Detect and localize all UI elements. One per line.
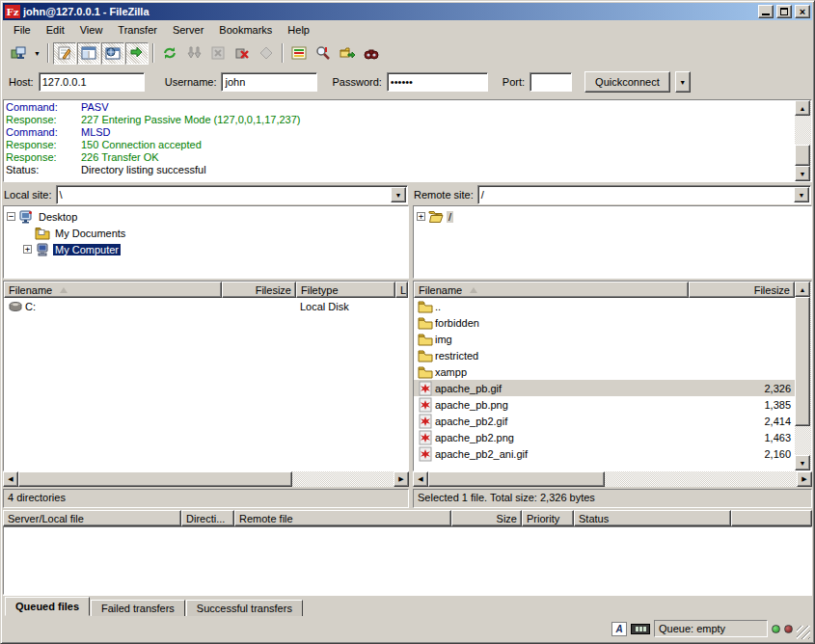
- local-hscrollbar[interactable]: ◀ ▶: [3, 471, 409, 487]
- port-input[interactable]: [530, 72, 572, 92]
- refresh-button[interactable]: [158, 42, 181, 65]
- remote-site-combo[interactable]: / ▼: [477, 185, 811, 204]
- username-input[interactable]: [221, 72, 317, 92]
- column-header-server-local-file[interactable]: Server/Local file: [3, 510, 181, 526]
- column-label: Status: [579, 513, 609, 524]
- scroll-left-icon[interactable]: ◀: [413, 471, 428, 487]
- remote-vscrollbar[interactable]: ▲ ▼: [795, 282, 811, 470]
- site-manager-dropdown[interactable]: ▼: [31, 42, 43, 65]
- tab-queued-files[interactable]: Queued files: [5, 597, 90, 616]
- remote-file-row[interactable]: apache_pb2.png1,463: [414, 429, 795, 445]
- maximize-button[interactable]: [776, 5, 792, 18]
- disconnect-button[interactable]: [231, 42, 254, 65]
- synchronized-browsing-button[interactable]: [336, 42, 359, 65]
- remote-hscroll-thumb[interactable]: [428, 471, 605, 487]
- remote-hscrollbar[interactable]: ◀ ▶: [413, 471, 812, 487]
- scroll-up-icon[interactable]: ▲: [795, 282, 810, 297]
- quickconnect-button[interactable]: Quickconnect: [584, 71, 670, 93]
- abort-button[interactable]: [255, 42, 278, 65]
- remote-vscroll-track[interactable]: [795, 297, 811, 455]
- remote-file-row[interactable]: xampp: [414, 363, 795, 380]
- log-message: Directory listing successful: [81, 164, 206, 176]
- remote-file-row[interactable]: apache_pb2_ani.gif2,160: [414, 445, 795, 462]
- file-name-cell: ..: [414, 299, 693, 314]
- filter-button[interactable]: [312, 42, 335, 65]
- column-header-filename[interactable]: Filename: [414, 282, 689, 298]
- expand-icon[interactable]: +: [23, 245, 32, 254]
- local-site-combo[interactable]: \ ▼: [56, 185, 408, 204]
- minimize-button[interactable]: [758, 5, 774, 18]
- log-scrollbar[interactable]: ▲ ▼: [795, 100, 811, 181]
- column-header-remote-file[interactable]: Remote file: [234, 510, 451, 526]
- scroll-right-icon[interactable]: ▶: [797, 471, 812, 487]
- local-hscroll-thumb[interactable]: [18, 471, 292, 487]
- remote-file-row[interactable]: img: [414, 331, 795, 347]
- remote-vscroll-thumb[interactable]: [795, 297, 810, 426]
- local-site-dropdown[interactable]: ▼: [391, 187, 406, 202]
- directory-comparison-button[interactable]: [287, 42, 311, 65]
- scroll-up-icon[interactable]: ▲: [795, 100, 810, 116]
- remote-site-dropdown[interactable]: ▼: [794, 187, 809, 202]
- cancel-button[interactable]: [206, 42, 230, 65]
- remote-file-row[interactable]: restricted: [414, 347, 795, 363]
- browser-panes: Local site: \ ▼ −DesktopMy Documents+My …: [3, 184, 812, 508]
- tree-item-desktop[interactable]: −Desktop: [5, 208, 407, 225]
- local-hscroll-track[interactable]: [18, 471, 394, 487]
- column-header-directi-[interactable]: Directi...: [181, 510, 234, 526]
- site-manager-button[interactable]: [7, 42, 30, 65]
- toggle-queue-button[interactable]: [125, 42, 149, 65]
- collapse-icon[interactable]: −: [7, 212, 15, 221]
- tree-item-label: Desktop: [37, 211, 79, 223]
- transfer-queue-body: [3, 526, 812, 595]
- menu-file[interactable]: File: [6, 22, 39, 38]
- remote-file-row[interactable]: apache_pb2.gif2,414: [414, 413, 795, 429]
- column-header-filesize[interactable]: Filesize: [689, 282, 795, 298]
- titlebar[interactable]: Fz john@127.0.0.1 - FileZilla ×: [3, 3, 812, 20]
- log-scroll-thumb[interactable]: [795, 145, 810, 166]
- remote-file-row[interactable]: ..: [414, 298, 795, 314]
- local-file-row[interactable]: C:Local Disk: [4, 298, 408, 314]
- tree-item--[interactable]: +/: [415, 208, 810, 225]
- scroll-left-icon[interactable]: ◀: [3, 471, 18, 487]
- menu-view[interactable]: View: [72, 22, 111, 38]
- column-header-spacer[interactable]: [731, 510, 812, 526]
- file-name: apache_pb2.gif: [435, 416, 507, 427]
- password-input[interactable]: [387, 72, 488, 92]
- chevron-down-icon: ▼: [395, 192, 402, 199]
- toggle-local-tree-button[interactable]: [77, 42, 100, 65]
- close-button[interactable]: ×: [795, 5, 810, 18]
- process-queue-button[interactable]: [182, 42, 205, 65]
- column-header-priority[interactable]: Priority: [522, 510, 574, 526]
- scroll-down-icon[interactable]: ▼: [795, 455, 810, 470]
- tab-failed-transfers[interactable]: Failed transfers: [91, 600, 185, 616]
- toggle-log-button[interactable]: [53, 42, 76, 65]
- menu-edit[interactable]: Edit: [39, 22, 72, 38]
- column-header-filesize[interactable]: Filesize: [222, 282, 296, 298]
- menu-server[interactable]: Server: [165, 22, 211, 38]
- folder-icon: [418, 364, 433, 380]
- toggle-remote-tree-button[interactable]: [101, 42, 124, 65]
- menu-help[interactable]: Help: [280, 22, 317, 38]
- column-header-filename[interactable]: Filename: [4, 282, 222, 298]
- column-header-size[interactable]: Size: [451, 510, 522, 526]
- scroll-down-icon[interactable]: ▼: [795, 166, 810, 181]
- menu-transfer[interactable]: Transfer: [110, 22, 165, 38]
- remote-hscroll-track[interactable]: [428, 471, 797, 487]
- host-input[interactable]: [39, 72, 145, 92]
- quickconnect-dropdown-button[interactable]: ▼: [675, 71, 691, 93]
- log-scroll-track[interactable]: [795, 116, 811, 166]
- scroll-right-icon[interactable]: ▶: [394, 471, 409, 487]
- menu-bookmarks[interactable]: Bookmarks: [211, 22, 280, 38]
- column-header-status[interactable]: Status: [574, 510, 731, 526]
- tree-item-my-computer[interactable]: +My Computer: [5, 241, 407, 257]
- column-header-filetype[interactable]: Filetype: [296, 282, 395, 298]
- find-button[interactable]: [360, 42, 383, 65]
- tree-item-my-documents[interactable]: My Documents: [5, 225, 407, 241]
- column-header-l[interactable]: L: [395, 282, 408, 298]
- expand-icon[interactable]: +: [417, 212, 425, 221]
- resize-grip[interactable]: [797, 626, 810, 639]
- remote-file-row[interactable]: apache_pb.png1,385: [414, 396, 795, 413]
- remote-file-row[interactable]: apache_pb.gif2,326: [414, 380, 795, 396]
- tab-successful-transfers[interactable]: Successful transfers: [186, 600, 303, 616]
- remote-file-row[interactable]: forbidden: [414, 314, 795, 331]
